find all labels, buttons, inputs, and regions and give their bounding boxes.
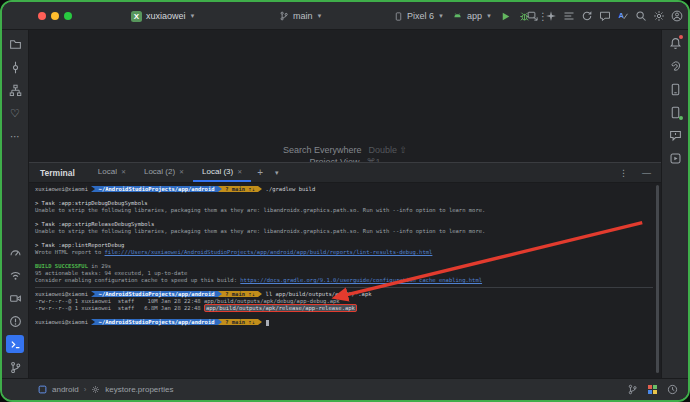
terminal-line: [35, 312, 653, 319]
git-branch-icon: [279, 11, 289, 21]
chevron-down-icon: ▼: [438, 13, 444, 19]
terminal-line: Unable to strip the following libraries,…: [35, 207, 653, 214]
terminal-icon[interactable]: [6, 335, 24, 353]
tab-close-icon[interactable]: ✕: [237, 168, 242, 175]
device-streaming-icon[interactable]: [526, 9, 539, 22]
terminal-tab-dropdown-icon[interactable]: ▾: [269, 169, 285, 177]
terminal-line: -rw-r--r--@ 1 xuxiaowei staff 6.8M Jan 2…: [35, 305, 653, 312]
breadcrumb-module[interactable]: android: [52, 385, 79, 394]
branch-name: main: [293, 11, 313, 21]
device-explorer-icon[interactable]: [666, 80, 684, 98]
tab-close-icon[interactable]: ✕: [179, 168, 184, 175]
terminal-line: [35, 235, 653, 242]
annotation-box-target: app/build/outputs/apk/release/app-releas…: [204, 304, 357, 312]
device-selector[interactable]: Pixel 6 ▼: [394, 11, 444, 22]
terminal-line: > Task :app:stripReleaseDebugSymbols: [35, 221, 653, 228]
emulator-icon[interactable]: [666, 149, 684, 167]
more-tool-windows-icon[interactable]: ⋯: [6, 127, 24, 145]
git-status-icon[interactable]: [627, 384, 638, 395]
bookmarks-icon[interactable]: ♡: [6, 104, 24, 122]
breadcrumb-separator: ›: [84, 385, 87, 394]
terminal-tab-label: Local (3): [202, 167, 233, 176]
left-tool-window-bar: ♡ ⋯: [2, 30, 29, 378]
titlebar: X xuxiaowei ▼ main ▼ Pixel 6 ▼: [2, 2, 688, 30]
terminal-line: xuxiaowei@xiaomi ~/AndroidStudioProjects…: [35, 186, 653, 193]
sync-project-icon[interactable]: [580, 9, 593, 22]
terminal-options-icon[interactable]: ⋮: [619, 168, 628, 178]
terminal-tab[interactable]: Local (3)✕: [193, 163, 251, 182]
terminal-tab-label: Local (2): [144, 167, 175, 176]
device-manager-icon[interactable]: [666, 103, 684, 121]
shortcut-hint-search-everywhere: Search Everywhere Double ⇧: [29, 145, 661, 155]
project-folder-icon[interactable]: [6, 35, 24, 53]
app-inspection-icon[interactable]: [6, 266, 24, 284]
chevron-down-icon: ▼: [190, 13, 196, 19]
terminal-line: [35, 214, 653, 221]
new-terminal-tab-button[interactable]: +: [251, 167, 269, 178]
chevron-down-icon: ▼: [486, 13, 492, 19]
close-window-icon[interactable]: [38, 12, 46, 20]
project-widget[interactable]: X xuxiaowei ▼: [126, 7, 200, 25]
terminal-line: Wrote HTML report to file:///Users/xuxia…: [35, 249, 653, 256]
project-icon: X: [131, 11, 142, 22]
app-quality-insights-icon[interactable]: [666, 126, 684, 144]
run-toolbar: Pixel 6 ▼ app ▼ ⋮: [394, 7, 548, 25]
problems-icon[interactable]: [6, 312, 24, 330]
terminal-line: BUILD SUCCESSFUL in 29s: [35, 263, 653, 270]
terminal-panel: Terminal Local✕Local (2)✕Local (3)✕ + ▾ …: [29, 162, 661, 378]
macos-traffic-lights: [38, 12, 72, 20]
terminal-line: xuxiaowei@xiaomi ~/AndroidStudioProjects…: [35, 291, 653, 298]
minimize-window-icon[interactable]: [51, 12, 59, 20]
translate-icon[interactable]: A: [616, 9, 629, 22]
run-config-name: app: [467, 11, 482, 21]
gemini-assistant-icon[interactable]: [544, 9, 557, 22]
svg-text:A: A: [618, 11, 624, 20]
terminal-line: Consider enabling configuration cache to…: [35, 277, 653, 284]
hint-shortcut: Double ⇧: [368, 145, 407, 155]
terminal-header: Terminal Local✕Local (2)✕Local (3)✕ + ▾ …: [29, 163, 661, 183]
terminal-line: Unable to strip the following libraries,…: [35, 228, 653, 235]
terminal-scrollbar[interactable]: [656, 185, 659, 373]
status-bar-widgets: [627, 384, 688, 395]
right-tool-window-bar: [661, 30, 688, 378]
structure-icon[interactable]: [6, 81, 24, 99]
settings-icon[interactable]: [652, 9, 665, 22]
commit-icon[interactable]: [6, 58, 24, 76]
search-everywhere-icon[interactable]: [634, 9, 647, 22]
feedback-icon[interactable]: [598, 9, 611, 22]
terminal-tab[interactable]: Local (2)✕: [135, 163, 193, 182]
hide-panel-icon[interactable]: —: [642, 168, 651, 178]
build-menu-icon[interactable]: [562, 9, 575, 22]
account-profile-icon[interactable]: [670, 9, 683, 22]
terminal-line: > Task :app:lintReportDebug: [35, 242, 653, 249]
vcs-branch-widget[interactable]: main ▼: [274, 7, 327, 25]
terminal-line: [35, 284, 653, 291]
notifications-icon[interactable]: [666, 34, 684, 52]
status-clock-icon[interactable]: [667, 384, 678, 395]
maximize-window-icon[interactable]: [64, 12, 72, 20]
version-control-icon[interactable]: [6, 358, 24, 376]
tab-close-icon[interactable]: ✕: [121, 168, 126, 175]
android-app-icon: [452, 11, 463, 21]
run-button[interactable]: [500, 11, 511, 22]
gradle-icon[interactable]: [666, 57, 684, 75]
status-bar: android › keystore.properties: [2, 378, 688, 400]
terminal-tabs: Local✕Local (2)✕Local (3)✕: [89, 163, 251, 182]
main-toolbar-icons: A: [526, 9, 683, 22]
device-online-badge: [679, 116, 683, 120]
device-name: Pixel 6: [407, 11, 434, 21]
hint-label: Search Everywhere: [283, 145, 362, 155]
breadcrumb[interactable]: android › keystore.properties: [2, 385, 173, 394]
profiler-icon[interactable]: [6, 243, 24, 261]
breadcrumb-file[interactable]: keystore.properties: [105, 385, 173, 394]
run-config-selector[interactable]: app ▼: [452, 11, 492, 21]
terminal-tab[interactable]: Local✕: [89, 163, 135, 182]
terminal-line: [35, 193, 653, 200]
plugin-grid-icon[interactable]: [648, 385, 657, 394]
terminal-line: 95 actionable tasks: 94 executed, 1 up-t…: [35, 270, 653, 277]
terminal-output[interactable]: xuxiaowei@xiaomi ~/AndroidStudioProjects…: [35, 186, 653, 326]
terminal-line: > Task :app:stripDebugDebugSymbols: [35, 200, 653, 207]
terminal-panel-title[interactable]: Terminal: [29, 168, 89, 178]
terminal-line: xuxiaowei@xiaomi ~/AndroidStudioProjects…: [35, 319, 653, 326]
running-devices-icon[interactable]: [6, 289, 24, 307]
